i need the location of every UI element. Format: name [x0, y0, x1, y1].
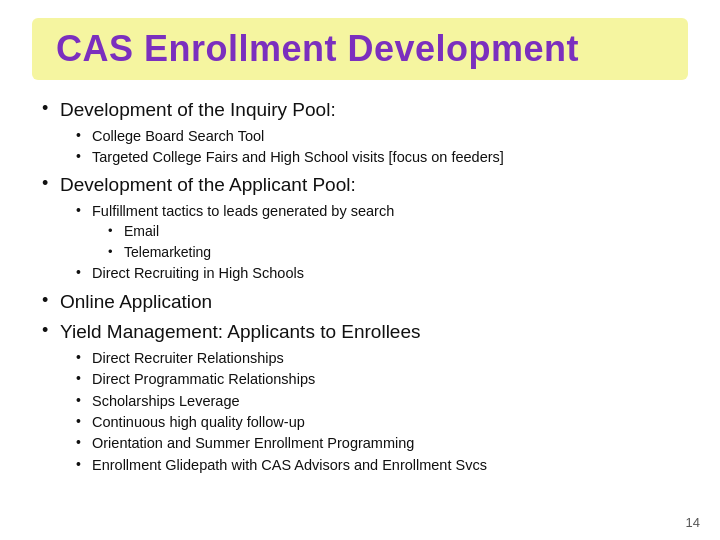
list-item: Development of the Inquiry Pool: College…	[40, 98, 688, 167]
list-item: Online Application	[40, 290, 688, 315]
list-item: Targeted College Fairs and High School v…	[76, 147, 688, 167]
main-list: Development of the Inquiry Pool: College…	[40, 98, 688, 475]
section-label: Yield Management: Applicants to Enrollee…	[60, 321, 421, 342]
section-label: Development of the Applicant Pool:	[60, 174, 356, 195]
list-item: Fulfillment tactics to leads generated b…	[76, 201, 688, 262]
list-item: Yield Management: Applicants to Enrollee…	[40, 320, 688, 474]
list-item: Scholarships Leverage	[76, 391, 688, 411]
list-item: College Board Search Tool	[76, 126, 688, 146]
sub-list: Direct Recruiter Relationships Direct Pr…	[76, 348, 688, 475]
list-item: Email	[108, 222, 688, 242]
page-number: 14	[686, 515, 700, 530]
sub-sub-list: Email Telemarketing	[108, 222, 688, 262]
section-label: Development of the Inquiry Pool:	[60, 99, 336, 120]
list-item: Development of the Applicant Pool: Fulfi…	[40, 173, 688, 283]
sub-list: Fulfillment tactics to leads generated b…	[76, 201, 688, 284]
section-label: Online Application	[60, 291, 212, 312]
list-item: Direct Recruiter Relationships	[76, 348, 688, 368]
list-item: Direct Programmatic Relationships	[76, 369, 688, 389]
slide: CAS Enrollment Development Development o…	[0, 0, 720, 540]
list-item: Continuous high quality follow-up	[76, 412, 688, 432]
slide-content: Development of the Inquiry Pool: College…	[32, 98, 688, 522]
list-item: Direct Recruiting in High Schools	[76, 263, 688, 283]
list-item: Orientation and Summer Enrollment Progra…	[76, 433, 688, 453]
list-item: Enrollment Glidepath with CAS Advisors a…	[76, 455, 688, 475]
sub-list: College Board Search Tool Targeted Colle…	[76, 126, 688, 168]
slide-title: CAS Enrollment Development	[56, 28, 664, 70]
title-bar: CAS Enrollment Development	[32, 18, 688, 80]
list-item: Telemarketing	[108, 243, 688, 263]
